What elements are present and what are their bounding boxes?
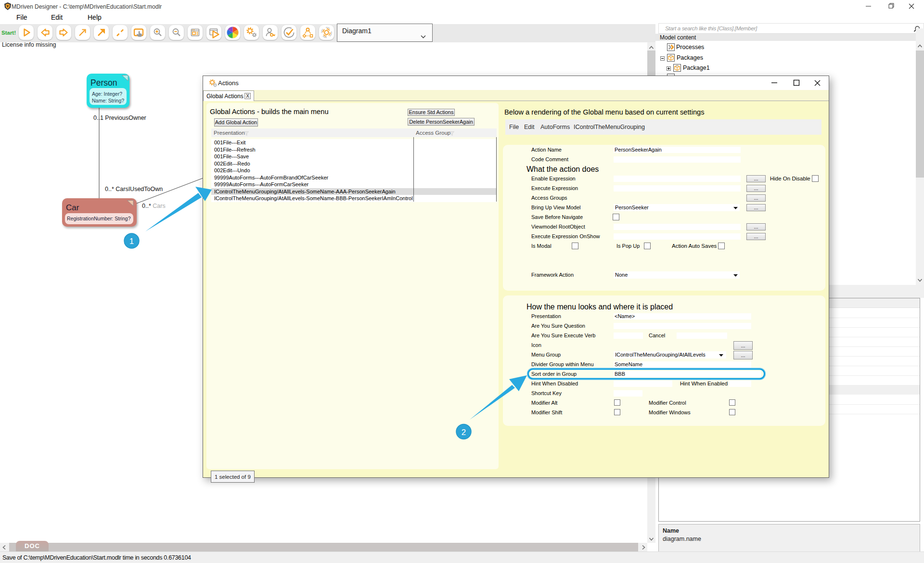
svg-text:2: 2 (462, 428, 466, 437)
svg-text:1: 1 (129, 237, 134, 246)
